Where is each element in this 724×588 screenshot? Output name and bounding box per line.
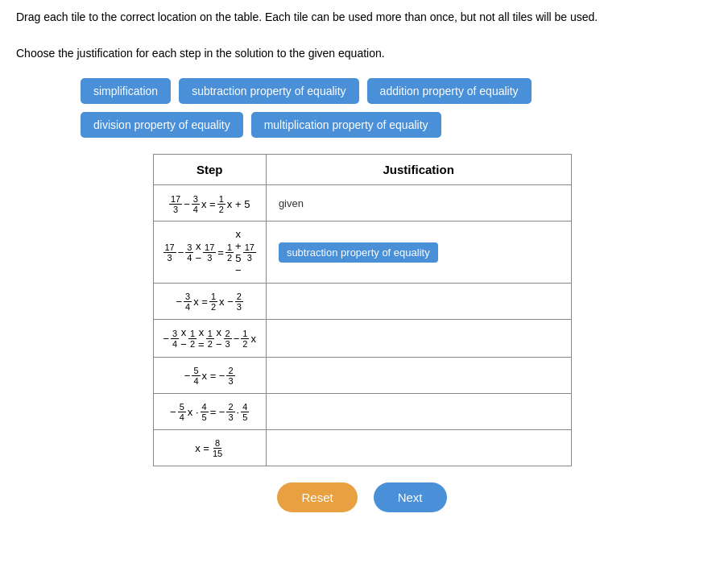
table-row: 173 − 34 x = 12 x + 5 given xyxy=(153,185,571,222)
col-header-justification: Justification xyxy=(266,155,571,185)
instruction-line2: Choose the justification for each step i… xyxy=(16,44,708,62)
step-cell-7: x = 815 xyxy=(153,430,266,466)
tile-subtraction[interactable]: subtraction property of equality xyxy=(179,78,358,104)
table-container: Step Justification 173 − 34 x = 12 x + 5 xyxy=(153,154,572,466)
table-row: − 34 x = 12 x − 23 xyxy=(153,284,571,320)
steps-table: Step Justification 173 − 34 x = 12 x + 5 xyxy=(153,154,572,466)
step-cell-4: − 34 x − 12 x = 12 x − 23 − 12 x xyxy=(153,320,266,358)
step-cell-2: 173 − 34 x − 173 = 12 x + 5 − 173 xyxy=(153,222,266,284)
table-row: − 34 x − 12 x = 12 x − 23 − 12 x xyxy=(153,320,571,358)
step-cell-3: − 34 x = 12 x − 23 xyxy=(153,284,266,320)
tile-multiplication[interactable]: multiplication property of equality xyxy=(251,112,441,138)
instructions: Drag each tile to the correct location o… xyxy=(16,8,708,62)
step-math-5: − 54 x = − 23 xyxy=(184,366,235,386)
justification-cell-5[interactable] xyxy=(266,358,571,394)
justification-cell-4[interactable] xyxy=(266,320,571,358)
justification-cell-3[interactable] xyxy=(266,284,571,320)
step-cell-6: − 54 x · 45 = − 23 · 45 xyxy=(153,394,266,430)
step-math-7: x = 815 xyxy=(195,438,224,458)
justification-cell-6[interactable] xyxy=(266,394,571,430)
step-math-2: 173 − 34 x − 173 = 12 x + 5 − 173 xyxy=(163,228,256,276)
tiles-area: simplification subtraction property of e… xyxy=(81,78,693,138)
next-button[interactable]: Next xyxy=(374,482,447,512)
step-math-4: − 34 x − 12 x = 12 x − 23 − 12 x xyxy=(163,326,256,350)
justification-cell-7[interactable] xyxy=(266,430,571,466)
step-cell-5: − 54 x = − 23 xyxy=(153,358,266,394)
table-row: x = 815 xyxy=(153,430,571,466)
step-math-6: − 54 x · 45 = − 23 · 45 xyxy=(170,402,249,422)
table-row: − 54 x · 45 = − 23 · 45 xyxy=(153,394,571,430)
tile-addition[interactable]: addition property of equality xyxy=(367,78,532,104)
col-header-step: Step xyxy=(153,155,266,185)
justification-cell-2[interactable]: subtraction property of equality xyxy=(266,222,571,284)
step-math-3: − 34 x = 12 x − 23 xyxy=(176,292,242,312)
justification-cell-1: given xyxy=(266,185,571,222)
given-label: given xyxy=(279,197,304,209)
reset-button[interactable]: Reset xyxy=(277,482,357,512)
tile-division[interactable]: division property of equality xyxy=(81,112,243,138)
buttons-area: Reset Next xyxy=(16,482,708,512)
tile-simplification[interactable]: simplification xyxy=(81,78,171,104)
step-cell-1: 173 − 34 x = 12 x + 5 xyxy=(153,185,266,222)
step-math-1: 173 − 34 x = 12 x + 5 xyxy=(169,194,250,214)
instruction-line1: Drag each tile to the correct location o… xyxy=(16,8,708,26)
table-row: − 54 x = − 23 xyxy=(153,358,571,394)
table-row: 173 − 34 x − 173 = 12 x + 5 − 173 subtra… xyxy=(153,222,571,284)
placed-tile-2: subtraction property of equality xyxy=(279,242,438,263)
